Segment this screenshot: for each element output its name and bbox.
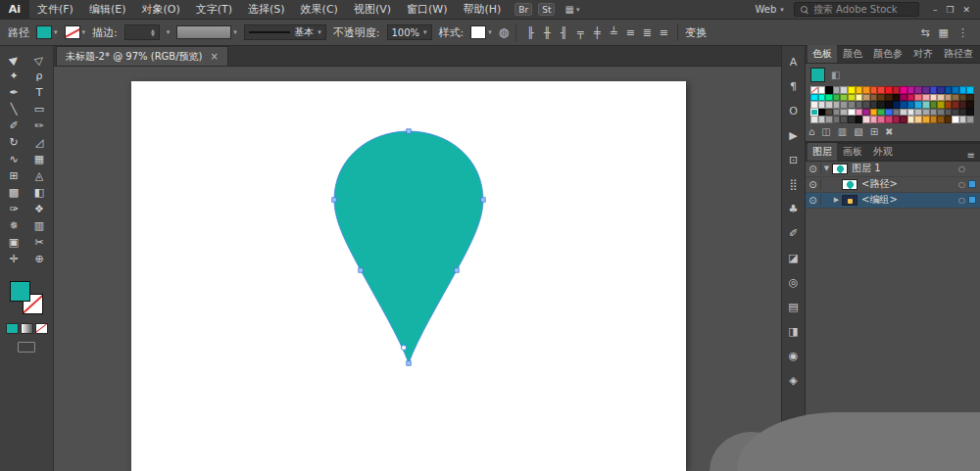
info-panel-icon[interactable]: ◨ <box>788 325 798 338</box>
swatch[interactable] <box>966 101 974 109</box>
fill-stroke-control[interactable] <box>10 281 43 314</box>
restore-button[interactable]: ❐ <box>946 5 954 15</box>
workspace-switcher[interactable]: Web▾ <box>756 4 784 15</box>
screen-mode-button[interactable] <box>18 342 35 353</box>
swatch[interactable] <box>885 116 893 123</box>
color-panel-icon[interactable]: ◉ <box>789 350 799 362</box>
paragraph-panel-icon[interactable]: ¶ <box>790 80 797 93</box>
visibility-eye-icon[interactable]: ⊙ <box>806 195 821 206</box>
gradient-tool[interactable]: ◧ <box>26 184 52 201</box>
panel-menu-icon[interactable]: ≡ <box>964 150 978 161</box>
swatch[interactable] <box>848 94 856 102</box>
arrange-documents-icon[interactable]: ▦ <box>939 26 949 39</box>
delete-swatch-icon[interactable]: ✖ <box>885 126 893 137</box>
swatch[interactable] <box>937 86 945 94</box>
swatch[interactable] <box>922 116 930 123</box>
canvas[interactable] <box>54 67 781 471</box>
swatch[interactable] <box>877 86 885 94</box>
swatch[interactable] <box>870 109 878 117</box>
eyedropper-tool[interactable]: ✑ <box>1 201 26 217</box>
selection-tool[interactable]: ▶ <box>1 51 26 68</box>
swatch[interactable] <box>833 101 841 109</box>
visibility-eye-icon[interactable]: ⊙ <box>806 164 821 174</box>
align-horizontal-center[interactable]: ╫ <box>540 24 554 40</box>
swatch[interactable] <box>856 116 863 123</box>
swatch[interactable] <box>840 101 848 109</box>
swatch[interactable] <box>937 116 945 123</box>
menu-item[interactable]: 窗口(W) <box>399 2 455 17</box>
new-color-group-icon[interactable]: ▧ <box>854 126 862 137</box>
visibility-eye-icon[interactable]: ⊙ <box>806 179 821 190</box>
swatch[interactable] <box>810 86 818 94</box>
pencil-tool[interactable]: ✏ <box>26 118 52 134</box>
appearance-panel-icon[interactable]: ◎ <box>789 276 799 289</box>
swatch[interactable] <box>922 101 930 109</box>
swatch[interactable] <box>893 94 901 102</box>
swatch[interactable] <box>914 101 922 109</box>
panel-tab[interactable]: 画板 <box>838 143 867 161</box>
swatch[interactable] <box>945 109 953 117</box>
panel-tab[interactable]: 对齐 <box>908 45 938 63</box>
align-vertical-bottom[interactable]: ╧ <box>607 24 620 40</box>
target-circle-icon[interactable]: ○ <box>958 196 968 205</box>
menu-item[interactable]: 编辑(E) <box>81 2 134 17</box>
paint-gradient-mode[interactable] <box>21 323 33 334</box>
swatch[interactable] <box>945 94 953 102</box>
swatch[interactable] <box>870 94 878 102</box>
width-tool[interactable]: ∿ <box>1 151 26 167</box>
swatch[interactable] <box>810 116 818 123</box>
swatch[interactable] <box>818 94 826 102</box>
panel-tab[interactable]: 色板 <box>808 45 837 63</box>
navigator-panel-icon[interactable]: ▤ <box>788 301 798 313</box>
menu-item[interactable]: 帮助(H) <box>455 2 509 17</box>
stroke-color-dropdown[interactable]: ▾ <box>65 25 86 39</box>
swatch[interactable] <box>959 116 967 123</box>
menu-item[interactable]: 对象(O) <box>133 2 187 17</box>
swatch[interactable] <box>930 109 938 117</box>
swatch[interactable] <box>856 101 863 109</box>
swatch[interactable] <box>952 109 959 117</box>
swatch[interactable] <box>825 109 833 117</box>
tab-close-icon[interactable]: × <box>210 51 218 62</box>
align-horizontal-left[interactable]: ╟ <box>523 24 537 40</box>
swatch[interactable] <box>959 101 967 109</box>
transform-panel-icon[interactable]: ⣿ <box>789 178 797 191</box>
swatch[interactable] <box>833 109 841 117</box>
swatch[interactable] <box>877 109 885 117</box>
actions-panel-icon[interactable]: ▶ <box>789 129 797 142</box>
swatch[interactable] <box>914 94 922 102</box>
swatch[interactable] <box>930 101 938 109</box>
menu-item[interactable]: 视图(V) <box>346 2 399 17</box>
brushes-panel-icon[interactable]: ✐ <box>789 227 798 240</box>
close-button[interactable]: ✕ <box>962 5 970 15</box>
swatch[interactable] <box>945 116 953 123</box>
hand-tool[interactable]: ✛ <box>1 251 26 267</box>
swatch[interactable] <box>833 116 841 123</box>
type-tool[interactable]: T <box>26 84 52 101</box>
minimize-button[interactable]: – <box>933 5 938 15</box>
swatch[interactable] <box>848 116 856 123</box>
more-options-icon[interactable]: ⋮ <box>957 26 968 39</box>
swatch[interactable] <box>818 109 826 117</box>
swatch[interactable] <box>893 109 901 117</box>
perspective-grid-tool[interactable]: ◬ <box>26 167 52 184</box>
swatch[interactable] <box>959 109 967 117</box>
current-fill-swatch[interactable] <box>810 68 825 82</box>
panel-tab[interactable]: 路径查 <box>939 45 978 63</box>
swatch-kinds-menu-icon[interactable]: ◫ <box>821 126 830 137</box>
menu-item[interactable]: 效果(C) <box>293 2 346 17</box>
swatch[interactable] <box>952 94 959 102</box>
pen-tool[interactable]: ✒ <box>1 84 26 101</box>
stroke-weight-dropdown-icon[interactable]: ▾ <box>167 28 171 36</box>
layer-name[interactable]: <路径> <box>861 177 898 191</box>
panel-tab[interactable]: 颜色参 <box>868 45 907 63</box>
menu-item[interactable]: 文字(T) <box>188 2 240 17</box>
target-circle-icon[interactable]: ○ <box>958 165 968 173</box>
paintbrush-tool[interactable]: ✐ <box>1 118 26 134</box>
symbol-sprayer-tool[interactable]: ✵ <box>1 217 26 234</box>
swatch[interactable] <box>862 109 870 117</box>
bridge-button[interactable]: Br <box>514 3 532 16</box>
swatch[interactable] <box>907 101 915 109</box>
shape-builder-tool[interactable]: ⊞ <box>1 167 26 184</box>
swatch[interactable] <box>922 109 930 117</box>
